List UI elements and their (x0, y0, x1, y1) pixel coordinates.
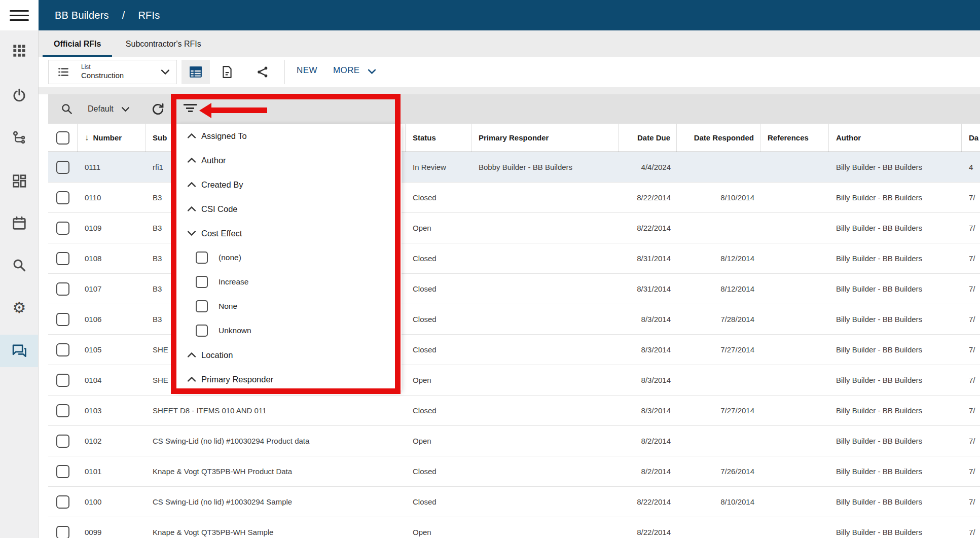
refresh-button[interactable] (151, 94, 165, 124)
row-checkbox[interactable] (56, 435, 69, 448)
sidebar-item-settings[interactable]: ⚙ (0, 294, 39, 322)
row-checkbox[interactable] (56, 252, 69, 265)
sidebar-item-power[interactable] (0, 81, 39, 110)
table-row[interactable]: 0101Knape & Vogt QT35PB-WH Product DataC… (48, 456, 980, 487)
filter-section-cost-effect[interactable]: Cost Effect (176, 221, 402, 245)
rfi-references (760, 152, 829, 182)
sidebar-item-workflow[interactable] (0, 124, 39, 152)
sidebar-item-apps[interactable] (0, 37, 39, 65)
sidebar-item-search[interactable] (0, 251, 39, 279)
row-checkbox[interactable] (56, 374, 69, 387)
filter-option-checkbox[interactable] (196, 252, 208, 264)
filter-section-author[interactable]: Author (176, 148, 402, 172)
rfi-number: 0109 (78, 213, 146, 243)
row-checkbox[interactable] (56, 191, 69, 204)
sidebar-item-dashboard[interactable] (0, 167, 39, 195)
row-checkbox[interactable] (56, 495, 69, 509)
selector-kind-label: List (81, 64, 124, 71)
cell-text: 7/ (969, 254, 975, 263)
row-checkbox[interactable] (56, 161, 69, 174)
filter-option-none[interactable]: None (176, 294, 402, 318)
column-header-resp[interactable]: Primary Responder (471, 124, 619, 152)
cell-text: Billy Builder - BB Builders (836, 406, 922, 415)
row-checkbox-cell (48, 487, 78, 517)
breadcrumb-project[interactable]: BB Builders (55, 10, 109, 21)
filter-section-label: Author (201, 156, 226, 165)
column-header-label: Status (413, 133, 436, 142)
rfi-date-created-partial: 7/ (962, 183, 980, 212)
filter-section-location[interactable]: Location (176, 343, 402, 367)
filter-section-label: Cost Effect (201, 229, 242, 238)
filter-option-unknown[interactable]: Unknown (176, 318, 402, 343)
row-checkbox[interactable] (56, 282, 69, 296)
chevron-down-icon (188, 231, 196, 236)
more-button[interactable]: MORE (333, 65, 360, 76)
column-header-auth[interactable]: Author (829, 124, 962, 152)
filter-option-checkbox[interactable] (196, 276, 208, 288)
filter-option-increase[interactable]: Increase (176, 270, 402, 294)
tab-subcontractor-rfis[interactable]: Subcontractor's RFIs (115, 30, 212, 57)
filter-option-label: (none) (219, 253, 241, 262)
filter-option--none-[interactable]: (none) (176, 245, 402, 270)
filter-section-assigned-to[interactable]: Assigned To (176, 124, 402, 148)
chevron-down-icon (122, 107, 129, 112)
filter-option-checkbox[interactable] (196, 300, 208, 312)
rfi-subject: Knape & Vogt QT35PB-WH Sample (146, 517, 406, 538)
column-header-resd[interactable]: Date Responded (677, 124, 760, 152)
column-header-due[interactable]: Date Due (619, 124, 677, 152)
table-view-button[interactable] (182, 60, 210, 84)
rfi-number: 0108 (78, 243, 146, 273)
table-row[interactable]: 0099Knape & Vogt QT35PB-WH SampleOpen8/2… (48, 517, 980, 538)
table-row[interactable]: 0103SHEET D8 - ITEMS 010 AND 011Closed8/… (48, 396, 980, 426)
cell-text: 7/ (969, 406, 975, 415)
chevron-up-icon (188, 377, 196, 382)
hamburger-menu-button[interactable] (0, 0, 39, 30)
new-button[interactable]: NEW (297, 65, 317, 76)
chat-icon (12, 343, 27, 358)
sidebar-item-chat[interactable] (0, 335, 39, 367)
document-view-button[interactable] (213, 60, 241, 84)
chevron-up-icon (188, 182, 196, 187)
subject-text: CS Swing-Lid (no lid) #10030294 Sample (153, 497, 292, 506)
column-header-status[interactable]: Status (406, 124, 471, 152)
row-checkbox[interactable] (56, 313, 69, 326)
preset-dropdown[interactable]: Default (88, 94, 129, 124)
chevron-down-icon[interactable] (368, 69, 376, 74)
column-header-last[interactable]: Da (962, 124, 980, 152)
filter-section-csi-code[interactable]: CSI Code (176, 197, 402, 221)
cell-text: 7/ (969, 345, 975, 354)
row-checkbox[interactable] (56, 222, 69, 235)
row-checkbox[interactable] (56, 465, 69, 478)
table-row[interactable]: 0100CS Swing-Lid (no lid) #10030294 Samp… (48, 487, 980, 517)
cell-text: Closed (413, 406, 437, 415)
cell-text: Billy Builder - BB Builders (836, 497, 922, 506)
list-type-selector[interactable]: List Construction (48, 60, 177, 84)
row-checkbox[interactable] (56, 526, 69, 538)
filter-option-checkbox[interactable] (196, 325, 208, 337)
cell-text: 0105 (85, 345, 101, 354)
cell-text: 0100 (85, 497, 101, 506)
tab-official-rfis[interactable]: Official RFIs (43, 30, 112, 57)
column-header-check[interactable] (48, 124, 78, 152)
rfi-references (760, 396, 829, 425)
search-button[interactable] (60, 94, 74, 124)
column-header-label: Author (836, 133, 861, 142)
rfi-date-created-partial: 4 (962, 152, 980, 182)
rfi-primary-responder (471, 487, 619, 517)
share-button[interactable] (248, 60, 277, 84)
filter-button[interactable] (184, 94, 197, 124)
column-header-label: Date Due (637, 133, 670, 142)
column-header-num[interactable]: ↓Number (78, 124, 146, 152)
column-header-ref[interactable]: References (760, 124, 829, 152)
filter-section-created-by[interactable]: Created By (176, 172, 402, 197)
select-all-checkbox[interactable] (56, 131, 69, 145)
sidebar-item-calendar[interactable] (0, 209, 39, 237)
filter-section-primary-responder[interactable]: Primary Responder (176, 367, 402, 390)
chevron-down-icon (161, 69, 169, 75)
rfi-author: Billy Builder - BB Builders (829, 487, 962, 517)
row-checkbox[interactable] (56, 343, 69, 356)
rfi-author: Billy Builder - BB Builders (829, 456, 962, 486)
table-row[interactable]: 0102CS Swing-Lid (no lid) #10030294 Prod… (48, 426, 980, 456)
rfi-date-responded (677, 517, 760, 538)
row-checkbox[interactable] (56, 404, 69, 417)
